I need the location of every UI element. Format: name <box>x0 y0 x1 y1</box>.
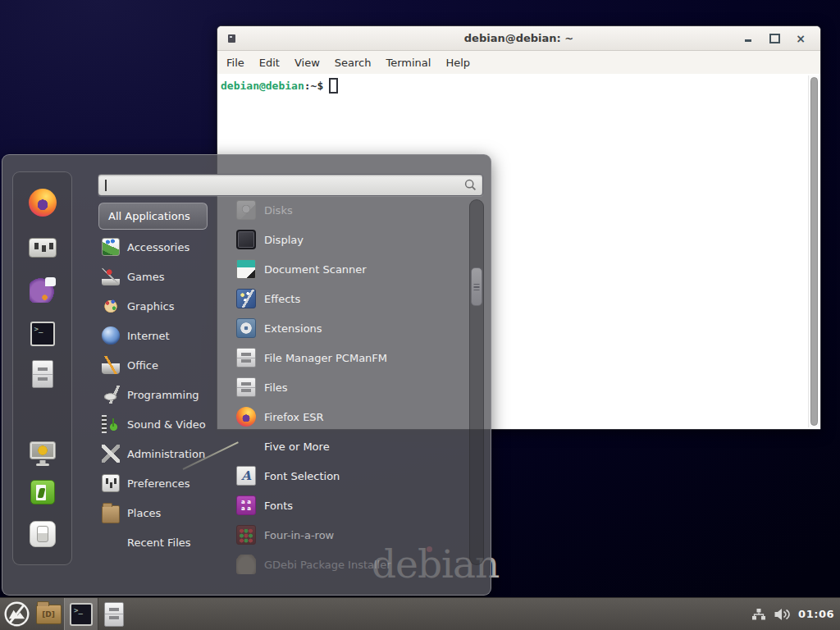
font-selection-icon: A <box>236 466 256 486</box>
menu-button[interactable] <box>0 598 33 630</box>
category-graphics[interactable]: Graphics <box>98 291 234 321</box>
effects-icon <box>236 289 256 308</box>
screen: debian debian@debian: ~ × File Edit View… <box>0 0 840 630</box>
close-button[interactable]: × <box>793 31 808 46</box>
app-disks[interactable]: Disks <box>236 195 391 225</box>
category-all-applications[interactable]: All Applications <box>98 203 208 230</box>
favorite-firefox[interactable] <box>28 188 57 217</box>
taskbar-file-manager-pcmanfm[interactable]: [D] <box>33 598 64 630</box>
network-icon[interactable] <box>751 608 766 621</box>
search-input[interactable] <box>98 174 483 196</box>
file-cabinet-icon <box>32 360 53 388</box>
firefox-icon <box>236 407 256 427</box>
favorite-terminal[interactable]: >_ <box>28 319 57 349</box>
app-five-or-more[interactable]: Five or More <box>236 431 391 461</box>
menu-scrollbar-thumb[interactable] <box>471 267 482 306</box>
category-games[interactable]: Games <box>98 262 234 291</box>
prompt-user-host: debian@debian <box>221 80 304 92</box>
disks-icon <box>236 200 256 220</box>
menu-scrollbar[interactable] <box>469 199 484 565</box>
taskbar: [D] >_ 01:06 <box>0 597 840 630</box>
category-office[interactable]: Office <box>98 350 234 380</box>
scrollbar-thumb[interactable] <box>810 77 818 426</box>
search-icon <box>464 179 477 191</box>
app-display[interactable]: Display <box>236 225 391 254</box>
administration-icon <box>102 445 120 463</box>
application-list: Disks Display Document Scanner Effects E… <box>236 195 391 579</box>
firefox-icon <box>29 189 57 217</box>
file-cabinet-icon <box>236 377 256 397</box>
fonts-icon: a a a a <box>236 495 256 515</box>
app-effects[interactable]: Effects <box>236 284 391 313</box>
pcmanfm-folder-icon: [D] <box>36 605 62 624</box>
menu-file[interactable]: File <box>219 57 252 69</box>
file-cabinet-icon <box>104 602 124 627</box>
category-programming[interactable]: Programming <box>98 380 234 409</box>
logout-button[interactable] <box>28 477 57 507</box>
games-icon <box>102 267 120 285</box>
app-gdebi-package-installer[interactable]: GDebi Package Installer <box>236 550 391 579</box>
extensions-icon <box>236 318 256 338</box>
favorites-panel: >_ <box>12 171 72 565</box>
graphics-icon <box>102 297 120 315</box>
volume-icon[interactable] <box>774 608 791 621</box>
terminal-menubar: File Edit View Search Terminal Help <box>217 51 820 74</box>
five-or-more-icon <box>236 436 256 456</box>
search-caret <box>105 180 107 191</box>
menu-logo-icon <box>4 601 30 627</box>
app-file-manager-pcmanfm[interactable]: File Manager PCManFM <box>236 343 391 372</box>
terminal-titlebar[interactable]: debian@debian: ~ × <box>217 26 820 51</box>
category-accessories[interactable]: Accessories <box>98 232 234 262</box>
terminal-icon: >_ <box>30 322 55 346</box>
category-internet[interactable]: Internet <box>98 321 234 350</box>
category-preferences[interactable]: Preferences <box>98 468 234 498</box>
menu-help[interactable]: Help <box>438 57 477 69</box>
menu-edit[interactable]: Edit <box>252 57 287 69</box>
system-tray: 01:06 <box>751 608 840 621</box>
four-in-a-row-icon <box>236 525 256 545</box>
favorite-control-center[interactable] <box>28 233 57 262</box>
maximize-button[interactable] <box>767 31 782 46</box>
pidgin-icon <box>30 276 56 303</box>
menu-search[interactable]: Search <box>327 57 379 69</box>
programming-icon <box>102 386 120 404</box>
preferences-icon <box>102 474 120 492</box>
document-scanner-icon <box>236 259 256 279</box>
app-font-selection[interactable]: AFont Selection <box>236 461 391 491</box>
lock-screen-button[interactable] <box>28 436 57 465</box>
lock-screen-icon <box>30 441 56 459</box>
app-firefox-esr[interactable]: Firefox ESR <box>236 402 391 431</box>
places-icon <box>102 505 120 523</box>
package-installer-icon <box>236 555 256 574</box>
category-recent-files[interactable]: Recent Files <box>98 527 234 557</box>
app-document-scanner[interactable]: Document Scanner <box>236 254 391 284</box>
taskbar-files[interactable] <box>98 598 130 630</box>
terminal-scrollbar[interactable] <box>808 75 819 427</box>
menu-terminal[interactable]: Terminal <box>378 57 438 69</box>
minimize-button[interactable] <box>741 31 756 46</box>
sound-video-icon <box>102 415 120 433</box>
office-icon <box>102 356 120 374</box>
application-menu: >_ All Applications Accessories Games Gr… <box>2 154 491 596</box>
app-files[interactable]: Files <box>236 372 391 402</box>
terminal-icon: >_ <box>70 603 93 626</box>
shutdown-button[interactable] <box>28 519 57 549</box>
display-icon <box>236 230 256 249</box>
window-title: debian@debian: ~ <box>217 32 820 44</box>
favorite-pidgin[interactable] <box>28 275 57 304</box>
text-cursor <box>329 78 338 94</box>
clock[interactable]: 01:06 <box>798 608 834 620</box>
control-center-icon <box>29 238 57 258</box>
category-list: All Applications Accessories Games Graph… <box>98 203 234 557</box>
category-places[interactable]: Places <box>98 498 234 527</box>
logout-icon <box>30 480 55 504</box>
window-menu-icon[interactable] <box>228 34 235 43</box>
category-sound-video[interactable]: Sound & Video <box>98 409 234 439</box>
app-fonts[interactable]: a a a aFonts <box>236 491 391 520</box>
menu-view[interactable]: View <box>287 57 327 69</box>
internet-icon <box>102 326 120 345</box>
app-four-in-a-row[interactable]: Four-in-a-row <box>236 520 391 550</box>
taskbar-terminal-active[interactable]: >_ <box>64 598 98 630</box>
favorite-files[interactable] <box>28 359 57 389</box>
app-extensions[interactable]: Extensions <box>236 313 391 343</box>
